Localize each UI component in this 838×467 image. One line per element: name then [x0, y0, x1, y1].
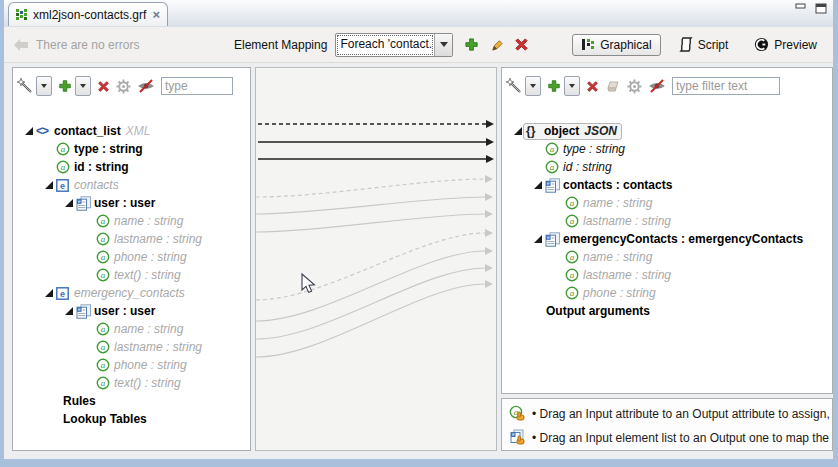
svg-text:a: a: [101, 360, 106, 370]
tree-item-label: lastname : string: [583, 268, 671, 282]
mapping-line[interactable]: [256, 214, 485, 232]
expander-icon[interactable]: [534, 235, 545, 243]
expander-icon[interactable]: [534, 181, 545, 189]
svg-text:a: a: [61, 144, 66, 154]
expander-icon[interactable]: [65, 199, 76, 207]
arrowhead-icon: [485, 175, 493, 183]
tree-item-output-arguments[interactable]: Output arguments: [502, 302, 650, 320]
tree-item-contact-list[interactable]: <>contact_listXML: [13, 122, 150, 140]
svg-text:a: a: [570, 252, 575, 262]
tree-item-name-string[interactable]: aname : string: [502, 194, 652, 212]
tree-item-lookup-tables[interactable]: Lookup Tables: [13, 410, 147, 428]
svg-text:a: a: [101, 234, 106, 244]
tree-item-emergencycontacts-emergencycontacts[interactable]: eemergencyContacts : emergencyContacts: [502, 230, 803, 248]
delete-mapping-button[interactable]: [514, 37, 529, 52]
input-tree: <>contact_listXMLatype : stringaid : str…: [13, 68, 250, 450]
tree-item-label: lastname : string: [114, 232, 202, 246]
tab-title: xml2json-contacts.grf: [33, 8, 146, 22]
view-toggle-script[interactable]: Script: [671, 34, 737, 55]
attribute-icon: a: [96, 232, 114, 246]
tree-item-label: id : string: [74, 160, 129, 174]
view-toggle-preview[interactable]: Preview: [746, 34, 825, 55]
element-icon: e: [56, 179, 74, 192]
view-toggle-graphical[interactable]: Graphical: [572, 34, 660, 56]
attribute-icon: a: [96, 268, 114, 282]
tree-item-lastname-string[interactable]: alastname : string: [502, 212, 671, 230]
output-tree-panel: {}objectJSONatype : stringaid : stringec…: [501, 67, 833, 394]
arrowhead-icon: [485, 193, 493, 201]
tree-item-user-user[interactable]: euser : user: [13, 194, 155, 212]
maximize-view-icon[interactable]: [815, 3, 827, 14]
svg-text:a: a: [101, 270, 106, 280]
tree-item-id-string[interactable]: aid : string: [13, 158, 129, 176]
tree-item-lastname-string[interactable]: alastname : string: [502, 266, 671, 284]
mapping-line[interactable]: [256, 197, 485, 214]
attribute-icon: a: [545, 142, 563, 156]
tree-item-label: Lookup Tables: [63, 412, 147, 426]
mapping-line[interactable]: [256, 179, 485, 197]
attribute-icon: a: [96, 376, 114, 390]
tree-item-label: phone : string: [114, 358, 187, 372]
attribute-icon: a: [56, 160, 74, 174]
no-errors-arrow-icon: [12, 37, 30, 53]
svg-text:e: e: [60, 180, 65, 190]
element-mapping-select[interactable]: Foreach 'contact.: [335, 33, 453, 57]
tree-item-object[interactable]: {}objectJSON: [502, 122, 622, 140]
tree-item-lastname-string[interactable]: alastname : string: [13, 338, 202, 356]
tab-close-icon[interactable]: ×: [152, 9, 160, 21]
expander-icon[interactable]: [45, 289, 56, 297]
svg-text:a: a: [550, 144, 555, 154]
tab-xml2json-contacts[interactable]: xml2json-contacts.grf ×: [8, 2, 168, 26]
element-list-icon: e: [545, 232, 563, 247]
arrowhead-icon: [486, 155, 494, 163]
tree-item-user-user[interactable]: euser : user: [13, 302, 155, 320]
expander-icon[interactable]: [25, 127, 36, 135]
output-tree: {}objectJSONatype : stringaid : stringec…: [502, 68, 832, 393]
tree-item-label: contacts : contacts: [563, 178, 672, 192]
view-label: Preview: [774, 38, 817, 52]
mapping-line[interactable]: [256, 268, 485, 339]
tree-item-name-string[interactable]: aname : string: [502, 248, 652, 266]
tree-item-label: type : string: [563, 142, 625, 156]
tree-item-phone-string[interactable]: aphone : string: [13, 356, 187, 374]
tree-item-id-string[interactable]: aid : string: [502, 158, 612, 176]
mapping-canvas[interactable]: [255, 67, 497, 451]
tree-item-type-string[interactable]: atype : string: [502, 140, 625, 158]
svg-text:e: e: [547, 235, 550, 240]
tree-item-type-string[interactable]: atype : string: [13, 140, 143, 158]
svg-text:e: e: [60, 288, 65, 298]
arrowhead-icon: [486, 120, 494, 128]
tree-item-name-string[interactable]: aname : string: [13, 320, 183, 338]
tree-item-label: lastname : string: [583, 214, 671, 228]
format-badge: XML: [126, 124, 151, 138]
attribute-icon: a: [565, 250, 583, 264]
edit-mapping-button[interactable]: [489, 37, 504, 52]
expander-icon[interactable]: [45, 181, 56, 189]
tree-item-contacts[interactable]: econtacts: [13, 176, 119, 194]
tree-item-contacts-contacts[interactable]: econtacts : contacts: [502, 176, 672, 194]
tree-item-lastname-string[interactable]: alastname : string: [13, 230, 202, 248]
tree-item-label: phone : string: [583, 286, 656, 300]
tree-item-label: text() : string: [114, 268, 181, 282]
add-mapping-button[interactable]: [464, 37, 479, 52]
minimize-view-icon[interactable]: [795, 3, 807, 14]
tree-item-label: text() : string: [114, 376, 181, 390]
tree-item-rules[interactable]: Rules: [13, 392, 96, 410]
attribute-icon: a: [96, 322, 114, 336]
tree-item-phone-string[interactable]: aphone : string: [13, 248, 187, 266]
svg-text:e: e: [547, 181, 550, 186]
tree-item-emergency-contacts[interactable]: eemergency_contacts: [13, 284, 185, 302]
svg-text:a: a: [101, 252, 106, 262]
format-badge: JSON: [584, 124, 617, 138]
mapping-line[interactable]: [256, 251, 485, 321]
tree-item-phone-string[interactable]: aphone : string: [502, 284, 656, 302]
tree-item-text-string[interactable]: atext() : string: [13, 374, 181, 392]
tree-item-name-string[interactable]: aname : string: [13, 212, 183, 230]
view-label: Graphical: [600, 38, 651, 52]
combo-arrow-icon[interactable]: [434, 34, 452, 56]
tree-item-text-string[interactable]: atext() : string: [13, 266, 181, 284]
tree-item-label: emergency_contacts: [74, 286, 185, 300]
expander-icon[interactable]: [65, 307, 76, 315]
mapping-line[interactable]: [256, 284, 485, 357]
attribute-icon: a: [545, 160, 563, 174]
